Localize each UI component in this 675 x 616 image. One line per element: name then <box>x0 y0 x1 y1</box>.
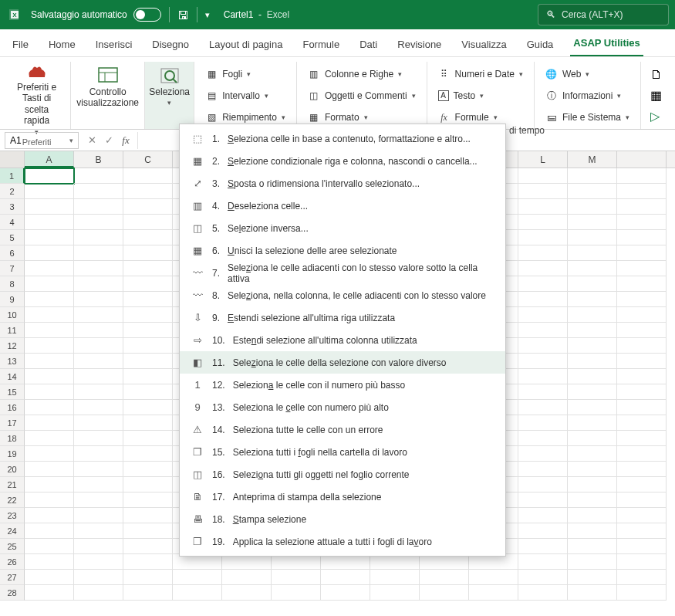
cell[interactable] <box>568 215 617 230</box>
cell[interactable] <box>74 508 123 523</box>
tab-guida[interactable]: Guida <box>524 32 557 56</box>
cell[interactable] <box>617 323 667 338</box>
cell[interactable] <box>568 554 617 570</box>
cell[interactable] <box>123 415 173 431</box>
menu-item[interactable]: 〰7.Seleziona le celle adiacenti con lo s… <box>180 262 505 284</box>
cell[interactable] <box>123 215 173 230</box>
menu-item[interactable]: ◫16.Seleziona tutti gli oggetti nel fogl… <box>180 463 505 486</box>
cell[interactable] <box>568 585 617 601</box>
cell[interactable] <box>74 323 123 338</box>
cell[interactable] <box>617 446 667 462</box>
cell[interactable] <box>25 554 74 570</box>
cell[interactable] <box>74 261 123 276</box>
row-header[interactable]: 14 <box>0 369 25 384</box>
cell[interactable] <box>568 261 617 276</box>
cell[interactable] <box>25 276 74 292</box>
cell[interactable] <box>74 184 123 199</box>
preferiti-button[interactable]: Preferiti e Tasti di scelta rapida ▾ <box>11 63 62 136</box>
cell[interactable] <box>74 570 123 585</box>
column-header[interactable]: L <box>518 151 568 168</box>
undo-dropdown-icon[interactable]: ▾ <box>205 10 210 20</box>
testo-button[interactable]: ATesto▾ <box>435 86 526 105</box>
menu-item[interactable]: ⚠14.Seleziona tutte le celle con un erro… <box>180 418 505 441</box>
cell[interactable] <box>617 354 667 369</box>
cell[interactable] <box>25 431 74 446</box>
cell[interactable] <box>617 384 667 400</box>
cell[interactable] <box>123 554 173 570</box>
cell[interactable] <box>568 492 617 508</box>
cell[interactable] <box>617 431 667 446</box>
intervallo-button[interactable]: ▤Intervallo▾ <box>202 86 289 105</box>
cell[interactable] <box>173 585 222 601</box>
cell[interactable] <box>25 539 74 554</box>
cell[interactable] <box>568 477 617 492</box>
row-header[interactable]: 24 <box>0 523 25 539</box>
cell[interactable] <box>568 292 617 307</box>
tab-dati[interactable]: Dati <box>356 32 380 56</box>
menu-item[interactable]: ▥4.Deseleziona celle... <box>180 195 505 217</box>
menu-item[interactable]: ▦6.Unisci la selezione delle aree selezi… <box>180 239 505 262</box>
confirm-icon[interactable]: ✓ <box>100 134 117 146</box>
cell[interactable] <box>123 199 173 215</box>
cell[interactable] <box>74 585 123 601</box>
cell[interactable] <box>74 215 123 230</box>
cell[interactable] <box>617 369 667 384</box>
cell[interactable] <box>617 554 667 570</box>
cell[interactable] <box>123 508 173 523</box>
cell[interactable] <box>469 585 518 601</box>
cell[interactable] <box>123 570 173 585</box>
row-header[interactable]: 2 <box>0 184 25 199</box>
cell[interactable] <box>25 477 74 492</box>
cell[interactable] <box>518 245 568 261</box>
cell[interactable] <box>617 292 667 307</box>
cell[interactable] <box>469 570 518 585</box>
cell[interactable] <box>123 539 173 554</box>
cancel-icon[interactable]: ✕ <box>83 134 100 146</box>
cell[interactable] <box>617 168 667 184</box>
cell[interactable] <box>568 323 617 338</box>
cell[interactable] <box>518 554 568 570</box>
row-header[interactable]: 6 <box>0 245 25 261</box>
cell[interactable] <box>469 554 518 570</box>
cell[interactable] <box>420 554 469 570</box>
cell[interactable] <box>617 276 667 292</box>
cell[interactable] <box>123 585 173 601</box>
row-header[interactable]: 15 <box>0 384 25 400</box>
menu-item[interactable]: ◧11.Seleziona le celle della selezione c… <box>180 351 505 374</box>
cell[interactable] <box>617 462 667 477</box>
fogli-button[interactable]: ▦Fogli▾ <box>202 65 289 83</box>
row-header[interactable]: 10 <box>0 307 25 323</box>
cell[interactable] <box>568 199 617 215</box>
row-header[interactable]: 17 <box>0 415 25 431</box>
cell[interactable] <box>123 323 173 338</box>
options-icon[interactable]: ▦ <box>650 88 663 103</box>
cell[interactable] <box>25 523 74 539</box>
save-icon[interactable]: 🖫 <box>177 8 189 22</box>
cell[interactable] <box>123 307 173 323</box>
cell[interactable] <box>568 184 617 199</box>
cell[interactable] <box>617 415 667 431</box>
cell[interactable] <box>25 245 74 261</box>
cell[interactable] <box>617 477 667 492</box>
menu-item[interactable]: ⤢3.Sposta o ridimensiona l'intervallo se… <box>180 172 505 195</box>
cell[interactable] <box>272 585 321 601</box>
menu-item[interactable]: 913.Seleziona le celle con numero più al… <box>180 396 505 418</box>
cell[interactable] <box>518 369 568 384</box>
row-header[interactable]: 21 <box>0 477 25 492</box>
column-header[interactable]: C <box>123 151 173 168</box>
cell[interactable] <box>123 400 173 415</box>
cell[interactable] <box>617 338 667 354</box>
cell[interactable] <box>518 184 568 199</box>
run-icon[interactable]: ▷ <box>650 109 663 124</box>
cell[interactable] <box>74 554 123 570</box>
column-header[interactable]: B <box>74 151 123 168</box>
cell[interactable] <box>568 523 617 539</box>
cell[interactable] <box>123 184 173 199</box>
row-header[interactable]: 4 <box>0 215 25 230</box>
column-header[interactable]: M <box>568 151 617 168</box>
cell[interactable] <box>617 261 667 276</box>
select-all-corner[interactable] <box>0 151 25 168</box>
cell[interactable] <box>74 307 123 323</box>
row-header[interactable]: 13 <box>0 354 25 369</box>
cell[interactable] <box>74 292 123 307</box>
